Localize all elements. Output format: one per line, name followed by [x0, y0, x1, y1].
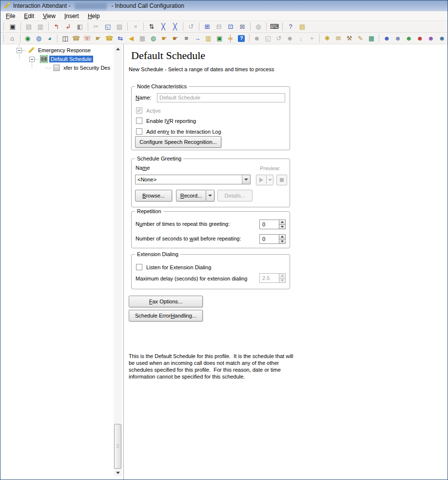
preview-play-dropdown — [267, 175, 273, 185]
node-help-button[interactable]: ? — [236, 33, 247, 43]
schedule-node-button[interactable]: ◍ — [33, 33, 44, 43]
collapse-minus-icon[interactable] — [29, 57, 35, 62]
menu-edit[interactable]: Edit — [19, 12, 39, 20]
dial-by-name-button[interactable]: ◫ — [59, 33, 71, 43]
menu-bar: FileEditViewInsertHelp — [0, 11, 448, 21]
user-pair-button[interactable]: ☻ — [426, 33, 437, 43]
spin-down-button — [279, 279, 286, 283]
queue-transfer-button: ◱ — [262, 33, 273, 43]
disconnect-button[interactable]: ☏ — [81, 33, 93, 43]
query-node-button[interactable]: ▥ — [203, 33, 214, 43]
package-button[interactable]: ◧ — [74, 21, 86, 32]
menu-view[interactable]: View — [39, 12, 60, 20]
settings-gear-button[interactable]: ✱ — [322, 33, 333, 43]
chevron-down-icon — [268, 179, 272, 181]
down-arrow-icon — [281, 280, 284, 281]
repeat-times-value[interactable]: 0 — [259, 220, 279, 229]
expand-all-button[interactable]: ╳ — [157, 21, 169, 32]
whats-this-help-button[interactable]: ▤ — [296, 21, 308, 32]
spin-down-button[interactable] — [279, 225, 286, 230]
delete-icon: × — [134, 23, 137, 30]
menu-list-button[interactable]: ≡ — [181, 33, 192, 43]
user-phone-button[interactable]: ☻ — [403, 33, 414, 43]
paint-edit-button[interactable]: ✎ — [355, 33, 366, 43]
sort-button[interactable]: ⇅ — [146, 21, 157, 32]
collapse-all-button[interactable]: ╳ — [169, 21, 181, 32]
send-mail-button[interactable]: ✉ — [333, 33, 344, 43]
user-grid-button[interactable]: ☻ — [392, 33, 404, 43]
play-audio-button[interactable]: ☎ — [71, 33, 82, 43]
tree-item-label[interactable]: Default Schedule — [49, 56, 93, 62]
repeat-times-spinner[interactable]: 0 — [259, 220, 286, 229]
interaction-log-checkbox[interactable] — [136, 128, 142, 135]
user-flag-button[interactable]: ☻ — [414, 33, 426, 43]
operation-node-icon: ◕ — [48, 35, 52, 41]
inbound-profile-button[interactable]: ◉ — [22, 33, 33, 43]
operator-button[interactable]: ☎ — [104, 33, 115, 43]
tree-item-xfer-to-security[interactable]: xfer to Security Des — [0, 63, 112, 72]
spin-up-button[interactable] — [279, 234, 286, 240]
new-window-button[interactable]: ▣ — [214, 33, 225, 43]
monitor-export-button[interactable]: ⊠ — [236, 21, 248, 32]
audio-playback-button[interactable]: ◀ — [126, 33, 137, 43]
fax-options-button[interactable]: Fax Options... — [129, 296, 203, 307]
remote-access-button[interactable]: ◍ — [148, 33, 159, 43]
fax-node-button[interactable]: ☛ — [170, 33, 181, 43]
listen-extension-checkbox[interactable] — [136, 264, 142, 270]
goto-node-button[interactable]: → — [192, 33, 203, 43]
browse-button[interactable]: Browse... — [135, 190, 172, 201]
toolbar-grip — [3, 34, 4, 42]
preview-label: Preview: — [260, 165, 280, 171]
scroll-down-button[interactable] — [114, 469, 122, 477]
menu-insert[interactable]: Insert — [60, 12, 83, 20]
collapse-minus-icon[interactable] — [17, 48, 22, 53]
configure-speech-recognition-button[interactable]: Configure Speech Recognition... — [135, 136, 221, 148]
spin-up-button[interactable] — [279, 220, 286, 225]
keyboard-button[interactable]: ⌨ — [269, 21, 280, 32]
print-button: ▤ — [23, 21, 35, 32]
user-lines-icon: ☻ — [384, 35, 390, 41]
table-grid-button[interactable]: ▦ — [366, 33, 377, 43]
extension-junction-button[interactable]: ╪ — [225, 33, 236, 43]
spin-down-button[interactable] — [279, 240, 286, 244]
tools-hammer-button[interactable]: ⚒ — [344, 33, 355, 43]
tree-item-label[interactable]: xfer to Security Des — [62, 64, 112, 71]
record-button[interactable]: Record... — [176, 190, 206, 201]
help-button[interactable]: ? — [285, 21, 296, 32]
export-config-button[interactable]: ↲ — [62, 21, 74, 32]
monitor-icon: ⊡ — [228, 23, 234, 30]
tree-item-emergency-response[interactable]: Emergency Response — [0, 46, 92, 55]
greeting-combobox[interactable]: <None> — [135, 175, 251, 184]
globe-icon: ◍ — [255, 23, 261, 30]
record-dropdown-button[interactable] — [206, 190, 214, 201]
tree-item-default-schedule[interactable]: Default Schedule — [0, 55, 93, 63]
caller-data-entry-button[interactable]: ☛ — [93, 33, 104, 43]
print-preview-button: ▥ — [35, 21, 46, 32]
copy-button[interactable]: ◱ — [102, 21, 114, 32]
voicemail-button[interactable]: ☛ — [159, 33, 170, 43]
wait-seconds-value[interactable]: 0 — [259, 234, 279, 244]
transfer-button[interactable]: ⇆ — [115, 33, 126, 43]
greeting-selected-value: <None> — [136, 175, 242, 184]
wait-seconds-spinner[interactable]: 0 — [259, 234, 286, 244]
scrollbar-thumb[interactable] — [114, 424, 121, 469]
wand-icon — [27, 46, 35, 54]
user-filter-icon: ☻ — [439, 35, 446, 41]
import-config-button[interactable]: ↰ — [51, 21, 62, 32]
combo-dropdown-button[interactable] — [242, 175, 250, 184]
monitor-button[interactable]: ⊡ — [225, 21, 236, 32]
schedule-error-handling-button[interactable]: Schedule Error Handling... — [129, 310, 203, 321]
ivr-reporting-checkbox[interactable] — [136, 118, 142, 124]
scroll-up-button[interactable] — [114, 45, 122, 53]
operation-node-button[interactable]: ◕ — [44, 33, 56, 43]
user-lines-button[interactable]: ☻ — [381, 33, 392, 43]
computers-button[interactable]: ⊞ — [201, 21, 213, 32]
save-button[interactable]: ▣ — [7, 21, 19, 32]
menu-help[interactable]: Help — [83, 12, 104, 20]
user-filter-button[interactable]: ☻ — [436, 33, 448, 43]
mailbox-button[interactable]: ⌂ — [7, 33, 18, 43]
tree-item-label[interactable]: Emergency Response — [37, 47, 92, 54]
menu-file[interactable]: File — [1, 12, 19, 20]
tree-scrollbar[interactable] — [114, 45, 122, 477]
toolbar-separator — [88, 22, 88, 31]
